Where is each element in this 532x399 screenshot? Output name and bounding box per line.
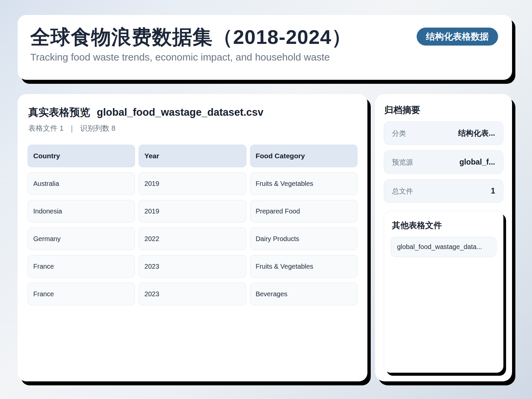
meta-separator: ｜ (68, 123, 75, 133)
summary-value: 1 (491, 187, 495, 196)
table-cell: Australia (28, 172, 135, 195)
table-cell: Fruits & Vegetables (250, 172, 357, 195)
header-card: 全球食物浪费数据集（2018-2024） 结构化表格数据 Tracking fo… (18, 15, 512, 80)
page-title: 全球食物浪费数据集（2018-2024） (30, 26, 417, 48)
column-header-food-category: Food Category (250, 145, 357, 167)
data-table: Country Year Food Category Australia 201… (28, 145, 357, 305)
table-cell: 2019 (139, 200, 246, 222)
meta-file-count: 表格文件 1 (28, 123, 64, 133)
table-cell: 2022 (139, 227, 246, 250)
other-files-card: 其他表格文件 global_food_wastage_data... (384, 211, 503, 373)
summary-label: 预览源 (392, 158, 413, 167)
archive-summary-title: 归档摘要 (384, 104, 503, 116)
summary-label: 分类 (392, 129, 406, 138)
table-cell: 2023 (139, 255, 246, 278)
summary-row-preview-source: 预览源 global_f... (384, 150, 503, 174)
table-cell: Germany (28, 227, 135, 250)
preview-title: 真实表格预览 (28, 105, 90, 119)
summary-value: global_f... (460, 158, 495, 167)
meta-column-count: 识别列数 8 (80, 123, 115, 133)
header-top-row: 全球食物浪费数据集（2018-2024） 结构化表格数据 (30, 26, 498, 48)
page: 全球食物浪费数据集（2018-2024） 结构化表格数据 Tracking fo… (0, 0, 532, 381)
preview-meta: 表格文件 1 ｜ 识别列数 8 (28, 123, 357, 133)
file-list-item[interactable]: global_food_wastage_data... (391, 237, 496, 257)
preview-filename: global_food_wastage_dataset.csv (97, 106, 263, 118)
table-cell: 2019 (139, 172, 246, 195)
summary-row-category: 分类 结构化表... (384, 121, 503, 145)
other-files-title: 其他表格文件 (392, 220, 496, 231)
category-badge: 结构化表格数据 (417, 28, 498, 46)
preview-title-row: 真实表格预览 global_food_wastage_dataset.csv (28, 105, 357, 119)
table-cell: 2023 (139, 283, 246, 305)
table-cell: Dairy Products (250, 227, 357, 250)
archive-summary-card: 归档摘要 分类 结构化表... 预览源 global_f... 总文件 1 其他… (375, 94, 512, 381)
table-cell: France (28, 255, 135, 278)
column-header-year: Year (139, 145, 246, 167)
table-cell: Beverages (250, 283, 357, 305)
table-cell: France (28, 283, 135, 305)
column-header-country: Country (28, 145, 135, 167)
table-preview-card: 真实表格预览 global_food_wastage_dataset.csv 表… (18, 94, 367, 381)
summary-value: 结构化表... (458, 128, 495, 138)
summary-label: 总文件 (392, 187, 413, 196)
table-cell: Indonesia (28, 200, 135, 222)
page-subtitle: Tracking food waste trends, economic imp… (30, 52, 498, 63)
table-cell: Prepared Food (250, 200, 357, 222)
summary-row-total-files: 总文件 1 (384, 179, 503, 203)
content-row: 真实表格预览 global_food_wastage_dataset.csv 表… (18, 94, 512, 381)
table-cell: Fruits & Vegetables (250, 255, 357, 278)
